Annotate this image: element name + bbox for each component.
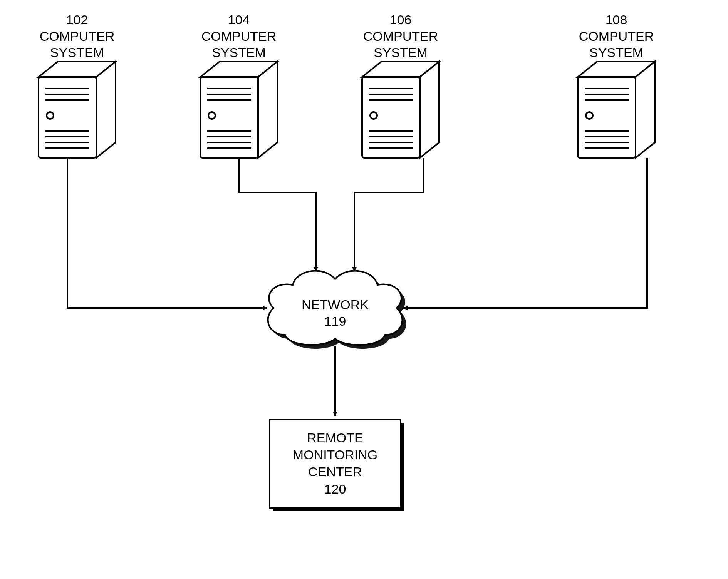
server-icon-102 [39, 62, 116, 158]
edge-102-network [67, 158, 267, 308]
rmc-id: 120 [270, 480, 401, 497]
rmc-line2: MONITORING [270, 446, 401, 463]
network-text: NETWORK [297, 296, 374, 313]
network-id: 119 [297, 313, 374, 330]
svg-point-31 [586, 112, 593, 119]
svg-point-4 [47, 112, 54, 119]
label-id-104: 104 [193, 12, 285, 28]
label-rmc: REMOTE MONITORING CENTER 120 [270, 429, 401, 497]
label-text-106: COMPUTER SYSTEM [354, 28, 447, 61]
label-network: NETWORK 119 [297, 296, 374, 329]
server-icon-108 [578, 62, 655, 158]
svg-point-22 [370, 112, 377, 119]
svg-point-13 [208, 112, 215, 119]
edge-108-network [403, 158, 647, 308]
label-text-108: COMPUTER SYSTEM [570, 28, 663, 61]
edge-106-network [354, 158, 424, 271]
label-cs108: 108 COMPUTER SYSTEM [570, 12, 663, 61]
label-text-104: COMPUTER SYSTEM [193, 28, 285, 61]
server-icon-104 [200, 62, 277, 158]
label-id-102: 102 [35, 12, 119, 28]
edge-104-network [239, 158, 316, 271]
label-cs102: 102 COMPUTER SYSTEM [35, 12, 119, 61]
label-text-102: COMPUTER SYSTEM [35, 28, 119, 61]
server-icon-106 [362, 62, 439, 158]
network-diagram: 102 COMPUTER SYSTEM 104 COMPUTER SYSTEM … [0, 0, 728, 579]
rmc-line1: REMOTE [270, 429, 401, 446]
label-id-108: 108 [570, 12, 663, 28]
label-cs104: 104 COMPUTER SYSTEM [193, 12, 285, 61]
rmc-line3: CENTER [270, 463, 401, 480]
label-cs106: 106 COMPUTER SYSTEM [354, 12, 447, 61]
label-id-106: 106 [354, 12, 447, 28]
